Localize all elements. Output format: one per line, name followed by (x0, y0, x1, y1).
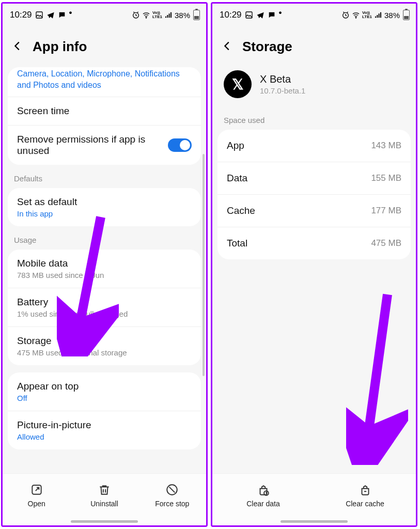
wifi-icon (142, 11, 150, 19)
battery-icon (403, 10, 410, 20)
display-card: Appear on top Off Picture-in-picture All… (8, 372, 201, 449)
mobile-data-sub: 783 MB used since 1 Jun (17, 271, 192, 279)
bottom-action-bar: Clear data Clear cache (212, 473, 416, 517)
volte-icon: Vo))LTE1 (152, 11, 162, 19)
appear-on-top-sub: Off (17, 394, 192, 402)
battery-sub: 1% used since last fully charged (17, 309, 192, 318)
page-title: App info (33, 39, 87, 55)
screen-time-row[interactable]: Screen time (8, 97, 201, 125)
app-icon: 𝕏 (224, 70, 252, 98)
pip-title: Picture-in-picture (17, 419, 192, 431)
open-button[interactable]: Open (3, 474, 70, 517)
uninstall-label: Uninstall (90, 500, 118, 508)
svg-point-2 (146, 18, 146, 18)
data-val: 155 MB (371, 173, 401, 183)
remove-permissions-label: Remove permissions if app is unused (17, 134, 157, 157)
defaults-section-label: Defaults (3, 165, 206, 188)
clear-data-label: Clear data (246, 500, 280, 508)
uninstall-button[interactable]: Uninstall (70, 474, 138, 517)
phone-app-info: 10:29 • Vo))LTE1 (1, 2, 208, 527)
status-bar: 10:29 • Vo))LTE1 (3, 4, 206, 24)
svg-rect-0 (36, 12, 42, 18)
pip-row[interactable]: Picture-in-picture Allowed (8, 411, 201, 449)
alarm-icon (341, 11, 350, 19)
usage-section-label: Usage (3, 226, 206, 250)
set-default-row[interactable]: Set as default In this app (8, 188, 201, 226)
row-cache: Cache 177 MB (217, 194, 411, 227)
remove-permissions-row[interactable]: Remove permissions if app is unused (8, 125, 201, 165)
battery-pct: 38% (384, 11, 400, 20)
back-icon[interactable] (222, 40, 233, 54)
scrollbar[interactable] (203, 154, 205, 376)
content: 𝕏 X Beta 10.7.0-beta.1 Space used App 14… (212, 67, 416, 473)
nav-pill (71, 520, 138, 523)
battery-row[interactable]: Battery 1% used since last fully charged (8, 288, 201, 326)
battery-pct: 38% (175, 11, 190, 20)
defaults-card: Set as default In this app (8, 188, 201, 226)
alarm-icon (132, 11, 140, 19)
more-dot-icon: • (279, 8, 282, 18)
bottom-action-bar: Open Uninstall Force stop (3, 473, 206, 517)
status-time: 10:29 (220, 10, 242, 20)
status-left: 10:29 • (10, 10, 72, 20)
permissions-link[interactable]: Camera, Location, Microphone, Notificati… (8, 67, 201, 97)
appear-on-top-row[interactable]: Appear on top Off (8, 372, 201, 411)
nav-pill (281, 520, 348, 523)
content-scroll[interactable]: Camera, Location, Microphone, Notificati… (3, 67, 206, 473)
status-time: 10:29 (10, 10, 32, 20)
set-default-sub: In this app (17, 209, 192, 218)
clear-cache-button[interactable]: Clear cache (314, 474, 416, 517)
set-default-title: Set as default (17, 196, 192, 208)
force-stop-button[interactable]: Force stop (138, 474, 206, 517)
screen-time-label: Screen time (17, 105, 192, 117)
status-right: Vo))LTE1 38% (341, 10, 410, 20)
more-dot-icon: • (69, 8, 72, 18)
app-val: 143 MB (371, 141, 401, 151)
telegram-icon (256, 11, 265, 19)
mobile-data-title: Mobile data (17, 258, 192, 269)
data-key: Data (227, 173, 247, 184)
usage-card: Mobile data 783 MB used since 1 Jun Batt… (8, 250, 201, 365)
signal-icon (164, 11, 173, 19)
telegram-icon (46, 11, 55, 19)
app-key: App (227, 140, 244, 151)
page-title: Storage (242, 39, 292, 55)
back-icon[interactable] (12, 40, 23, 54)
battery-title: Battery (17, 297, 192, 308)
row-app: App 143 MB (217, 130, 411, 162)
row-total: Total 475 MB (217, 227, 411, 259)
mobile-data-row[interactable]: Mobile data 783 MB used since 1 Jun (8, 250, 201, 288)
gesture-nav-bar[interactable] (3, 517, 206, 525)
wifi-icon (352, 11, 360, 19)
force-stop-label: Force stop (155, 500, 189, 508)
storage-row[interactable]: Storage 475 MB used in Internal storage (8, 326, 201, 365)
row-data: Data 155 MB (217, 162, 411, 194)
space-used-label: Space used (212, 106, 416, 130)
total-key: Total (227, 238, 247, 249)
volte-icon: Vo))LTE1 (362, 11, 372, 19)
gallery-icon (245, 11, 253, 19)
gallery-icon (35, 11, 43, 19)
cache-key: Cache (227, 205, 255, 216)
appear-on-top-title: Appear on top (17, 381, 192, 392)
remove-permissions-toggle[interactable] (168, 138, 192, 152)
app-name: X Beta (260, 73, 305, 85)
app-version: 10.7.0-beta.1 (260, 86, 305, 95)
page-header: Storage (212, 24, 416, 67)
chat-icon (58, 11, 66, 19)
clear-data-button[interactable]: Clear data (212, 474, 314, 517)
top-card: Camera, Location, Microphone, Notificati… (8, 67, 201, 165)
chat-icon (268, 11, 276, 19)
space-used-card: App 143 MB Data 155 MB Cache 177 MB Tota… (217, 130, 411, 259)
status-left: 10:29 • (220, 10, 282, 20)
clear-cache-label: Clear cache (346, 500, 384, 508)
svg-rect-5 (246, 12, 252, 18)
page-header: App info (3, 24, 206, 67)
pip-sub: Allowed (17, 432, 192, 441)
phone-storage: 10:29 • Vo))LTE1 (211, 2, 417, 527)
signal-icon (374, 11, 382, 19)
gesture-nav-bar[interactable] (212, 517, 416, 525)
svg-point-7 (355, 18, 356, 18)
status-right: Vo))LTE1 38% (132, 10, 200, 20)
app-row: 𝕏 X Beta 10.7.0-beta.1 (212, 67, 416, 106)
